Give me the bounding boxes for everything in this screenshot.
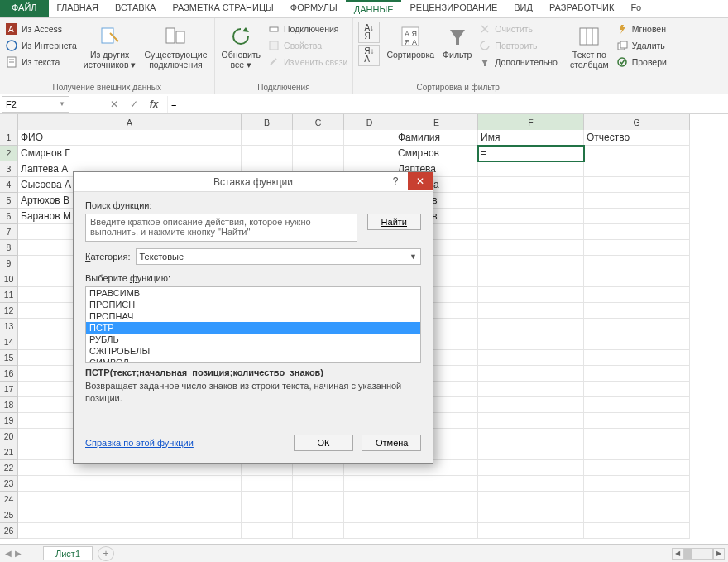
cell-G19[interactable]	[584, 413, 690, 429]
cell-D23[interactable]	[344, 476, 395, 492]
from-web-button[interactable]: Из Интернета	[5, 38, 77, 53]
cell-G13[interactable]	[584, 319, 690, 334]
category-select[interactable]: Текстовые ▼	[136, 248, 422, 265]
tab-developer[interactable]: РАЗРАБОТЧИК	[541, 0, 622, 17]
function-list-item[interactable]: ПСТР	[86, 322, 420, 334]
cell-E24[interactable]	[395, 492, 478, 507]
row-header-4[interactable]: 4	[0, 177, 18, 193]
cell-F15[interactable]	[478, 350, 584, 366]
from-other-sources-button[interactable]: Из других источников ▾	[82, 22, 138, 71]
tab-review[interactable]: РЕЦЕНЗИРОВАНИЕ	[401, 0, 505, 17]
cell-F13[interactable]	[478, 319, 584, 334]
row-header-14[interactable]: 14	[0, 334, 18, 350]
row-header-25[interactable]: 25	[0, 507, 18, 523]
function-help-link[interactable]: Справка по этой функции	[85, 438, 194, 448]
cell-F10[interactable]	[478, 271, 584, 287]
col-header-D[interactable]: D	[344, 114, 395, 130]
cell-G24[interactable]	[584, 492, 690, 507]
cell-G23[interactable]	[584, 476, 690, 492]
advanced-filter-button[interactable]: Дополнительно	[478, 55, 558, 70]
cell-D24[interactable]	[344, 492, 395, 507]
cell-F8[interactable]	[478, 240, 584, 256]
row-header-17[interactable]: 17	[0, 382, 18, 397]
properties-button[interactable]: Свойства	[267, 38, 347, 53]
cell-C24[interactable]	[293, 492, 344, 507]
sort-desc-button[interactable]: Я↓А	[358, 45, 380, 66]
ok-button[interactable]: ОК	[294, 435, 353, 451]
accept-formula-button[interactable]: ✓	[124, 96, 144, 113]
cell-A2[interactable]: Смирнов Г	[18, 146, 242, 161]
row-header-5[interactable]: 5	[0, 193, 18, 209]
refresh-all-button[interactable]: Обновить все ▾	[220, 22, 263, 71]
cell-G14[interactable]	[584, 334, 690, 350]
row-header-3[interactable]: 3	[0, 161, 18, 177]
filter-button[interactable]: Фильтр	[441, 22, 473, 61]
cell-G17[interactable]	[584, 382, 690, 397]
cell-E25[interactable]	[395, 507, 478, 523]
tab-insert[interactable]: ВСТАВКА	[107, 0, 164, 17]
cell-G15[interactable]	[584, 350, 690, 366]
cell-G11[interactable]	[584, 287, 690, 303]
cell-G20[interactable]	[584, 429, 690, 444]
cell-E23[interactable]	[395, 476, 478, 492]
col-header-A[interactable]: A	[18, 114, 242, 130]
flash-fill-button[interactable]: Мгновен	[615, 22, 667, 36]
cell-B1[interactable]	[242, 130, 293, 146]
cell-G6[interactable]	[584, 209, 690, 224]
cell-B2[interactable]	[242, 146, 293, 161]
function-list[interactable]: ПРАВСИМВПРОПИСНПРОПНАЧПСТРРУБЛЬСЖПРОБЕЛЫ…	[85, 286, 421, 363]
col-header-F[interactable]: F	[478, 114, 584, 130]
tab-view[interactable]: ВИД	[505, 0, 541, 17]
cell-G18[interactable]	[584, 397, 690, 413]
row-header-18[interactable]: 18	[0, 397, 18, 413]
formula-input[interactable]: =	[167, 96, 728, 113]
cell-G1[interactable]: Отчество	[584, 130, 690, 146]
row-header-15[interactable]: 15	[0, 350, 18, 366]
cell-F22[interactable]	[478, 460, 584, 476]
cell-B26[interactable]	[242, 523, 293, 539]
cell-F24[interactable]	[478, 492, 584, 507]
cell-F20[interactable]	[478, 429, 584, 444]
cell-B23[interactable]	[242, 476, 293, 492]
cell-F17[interactable]	[478, 382, 584, 397]
cell-F21[interactable]	[478, 444, 584, 460]
select-all-corner[interactable]	[0, 114, 18, 130]
row-header-24[interactable]: 24	[0, 492, 18, 507]
reapply-filter-button[interactable]: Повторить	[478, 38, 558, 53]
cell-G8[interactable]	[584, 240, 690, 256]
cell-F25[interactable]	[478, 507, 584, 523]
data-validation-button[interactable]: Провери	[615, 55, 667, 70]
function-list-item[interactable]: ПРАВСИМВ	[86, 287, 420, 299]
tab-page-layout[interactable]: РАЗМЕТКА СТРАНИЦЫ	[164, 0, 281, 17]
row-header-22[interactable]: 22	[0, 460, 18, 476]
sort-button[interactable]: А ЯЯ А Сортировка	[385, 22, 436, 61]
clear-filter-button[interactable]: Очистить	[478, 22, 558, 36]
cell-F4[interactable]	[478, 177, 584, 193]
tab-data[interactable]: ДАННЫЕ	[346, 0, 402, 17]
cell-B25[interactable]	[242, 507, 293, 523]
cell-G7[interactable]	[584, 224, 690, 240]
cell-G16[interactable]	[584, 366, 690, 382]
cell-F11[interactable]	[478, 287, 584, 303]
function-list-item[interactable]: СИМВОЛ	[86, 357, 420, 363]
function-list-item[interactable]: ПРОПИСН	[86, 299, 420, 310]
row-header-7[interactable]: 7	[0, 224, 18, 240]
cell-F26[interactable]	[478, 523, 584, 539]
cell-F9[interactable]	[478, 256, 584, 271]
cell-G12[interactable]	[584, 303, 690, 319]
cell-G22[interactable]	[584, 460, 690, 476]
cell-G2[interactable]	[584, 146, 690, 161]
sheet-nav-next[interactable]: ▶	[15, 549, 22, 558]
row-header-10[interactable]: 10	[0, 271, 18, 287]
tab-home[interactable]: ГЛАВНАЯ	[49, 0, 107, 17]
col-header-E[interactable]: E	[395, 114, 478, 130]
cell-C1[interactable]	[293, 130, 344, 146]
existing-connections-button[interactable]: Существующие подключения	[142, 22, 208, 71]
cell-G4[interactable]	[584, 177, 690, 193]
cell-D25[interactable]	[344, 507, 395, 523]
col-header-G[interactable]: G	[584, 114, 690, 130]
from-text-button[interactable]: Из текста	[5, 55, 77, 70]
col-header-C[interactable]: C	[293, 114, 344, 130]
cell-C26[interactable]	[293, 523, 344, 539]
row-header-23[interactable]: 23	[0, 476, 18, 492]
